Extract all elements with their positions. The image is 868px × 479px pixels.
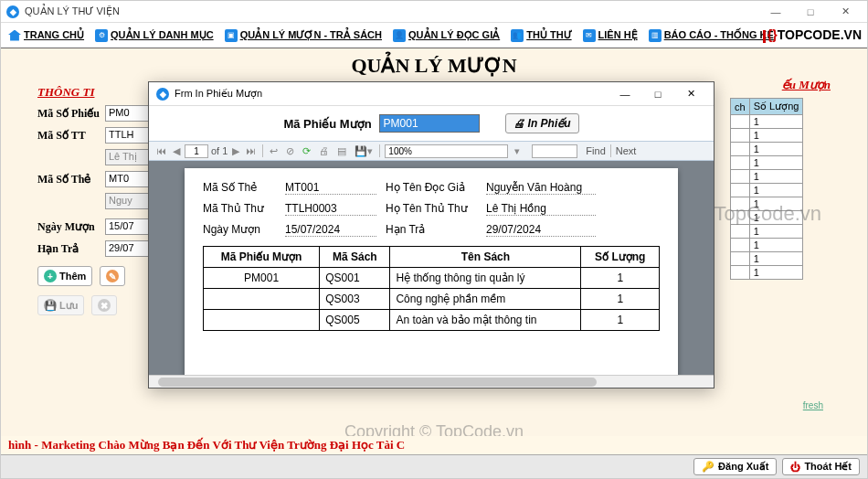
rpt-val-han-tra: 29/07/2024 — [486, 223, 596, 237]
dialog-maximize-button[interactable]: □ — [642, 84, 673, 104]
right-header: ếu Mượn — [730, 78, 831, 92]
back-button[interactable]: ↩ — [268, 145, 280, 157]
table-row[interactable]: 1 — [731, 115, 803, 129]
refresh-link[interactable]: fresh — [803, 400, 823, 410]
logout-button[interactable]: 🔑Đăng Xuất — [693, 458, 777, 475]
table-row[interactable]: 1 — [731, 266, 803, 280]
input-ma-phieu-muon[interactable] — [379, 114, 480, 133]
user-icon: 👤 — [393, 29, 406, 42]
rpt-col-ma-sach: Mã Sách — [320, 247, 390, 268]
table-row[interactable]: 1 — [731, 239, 803, 252]
home-icon — [8, 30, 21, 41]
rpt-col-ma-phieu: Mã Phiếu Mượn — [204, 247, 320, 268]
close-button[interactable]: ✕ — [829, 3, 862, 21]
exit-button[interactable]: ⏻Thoát Hết — [782, 458, 860, 475]
table-row[interactable]: 1 — [731, 170, 803, 184]
book-icon: ▣ — [225, 29, 238, 42]
right-panel: ếu Mượn chSố Lượng 111111111111 — [730, 78, 831, 280]
label-ma-so-the: Mã Số Thẻ — [37, 173, 101, 186]
first-page-button[interactable]: ⏮ — [154, 145, 168, 156]
table-row[interactable]: 1 — [731, 225, 803, 239]
report-icon: ▥ — [649, 29, 662, 42]
label-han-tra: Hạn Trả — [37, 242, 101, 256]
menu-thu-thu[interactable]: 👥THỦ THƯ — [507, 27, 575, 44]
cancel-icon: ✖ — [98, 299, 111, 312]
logout-icon: 🔑 — [702, 461, 715, 473]
chat-icon: ✉ — [583, 29, 596, 42]
label-ma-so-tt: Mã Số TT — [37, 129, 101, 143]
save-icon: 💾 — [44, 299, 57, 312]
add-button[interactable]: +Thêm — [37, 266, 92, 286]
app-icon: ◆ — [6, 5, 19, 18]
horizontal-scrollbar[interactable] — [149, 375, 714, 388]
label-ma-phieu-muon: Mã Phiếu Mượn — [283, 117, 371, 131]
rpt-val-ho-ten-dg: Nguyễn Văn Hoàng — [486, 181, 596, 195]
menu-bao-cao[interactable]: ▥BÁO CÁO - THỐNG KÊ — [645, 27, 778, 44]
print-button[interactable]: 🖨In Phiếu — [505, 113, 579, 133]
rpt-label-ma-thu-thu: Mã Thủ Thư — [203, 202, 276, 216]
rpt-label-ngay-muon: Ngày Mượn — [203, 223, 276, 237]
menu-lien-he[interactable]: ✉LIÊN HỆ — [579, 27, 641, 44]
rpt-val-ngay-muon: 15/07/2024 — [285, 223, 376, 237]
rpt-col-ten-sach: Tên Sách — [390, 247, 581, 268]
rpt-label-ho-ten-tt: Họ Tên Thủ Thư — [386, 202, 477, 216]
label-ma-so-phieu: Mã Số Phiếu — [37, 107, 101, 121]
dialog-title-bar: ◆ Frm In Phiếu Mượn — □ ✕ — [149, 82, 714, 106]
next-label[interactable]: Next — [616, 145, 637, 156]
table-row: QS003Công nghệ phần mềm1 — [204, 289, 660, 310]
layout-button[interactable]: ▤ — [335, 145, 348, 157]
menu-doc-gia[interactable]: 👤QUẢN LÝ ĐỌC GIẢ — [389, 27, 503, 44]
rpt-col-so-luong: Số Lượng — [581, 247, 660, 268]
cancel-button[interactable]: ✖ — [91, 295, 117, 315]
minimize-button[interactable]: — — [759, 3, 792, 21]
main-window: ◆ QUẢN LÝ THƯ VIỆN — □ ✕ TRANG CHỦ ⚙QUẢN… — [0, 0, 868, 479]
export-button[interactable]: 💾▾ — [353, 145, 375, 157]
next-page-button[interactable]: ▶ — [230, 145, 241, 157]
dialog-close-button[interactable]: ✕ — [675, 84, 706, 104]
table-row[interactable]: 1 — [731, 197, 803, 211]
table-row[interactable]: 1 — [731, 252, 803, 266]
rpt-val-ho-ten-tt: Lê Thị Hồng — [486, 202, 596, 216]
prev-page-button[interactable]: ◀ — [171, 145, 182, 157]
menu-danh-muc[interactable]: ⚙QUẢN LÝ DANH MỤC — [91, 27, 217, 44]
table-row[interactable]: 1 — [731, 129, 803, 143]
print-dialog: ◆ Frm In Phiếu Mượn — □ ✕ Mã Phiếu Mượn … — [148, 81, 715, 389]
col-ch: ch — [731, 99, 750, 115]
edit-icon: ✎ — [106, 270, 119, 282]
menu-muon-tra[interactable]: ▣QUẢN LÝ MƯỢN - TRẢ SÁCH — [221, 27, 386, 44]
marquee-text: hình - Marketing Chào Mừng Bạn Đến Với T… — [1, 436, 867, 454]
power-icon: ⏻ — [790, 462, 800, 473]
table-row[interactable]: 1 — [731, 184, 803, 197]
report-viewer-toolbar: ⏮ ◀ of 1 ▶ ⏭ ↩ ⊘ ⟳ 🖨 ▤ 💾▾ ▾ Find Next — [149, 141, 714, 161]
find-input[interactable] — [532, 144, 577, 158]
zoom-dropdown[interactable]: ▾ — [513, 145, 522, 157]
refresh-button[interactable]: ⟳ — [301, 145, 312, 157]
table-row[interactable]: 1 — [731, 156, 803, 170]
page-input[interactable] — [185, 144, 208, 158]
page-of: of 1 — [211, 145, 228, 156]
rpt-val-ma-thu-thu: TTLH0003 — [285, 202, 376, 216]
find-label[interactable]: Find — [586, 145, 605, 156]
plus-icon: + — [44, 270, 57, 282]
printer-icon: 🖨 — [513, 117, 524, 130]
report-page: Mã Số ThẻMT001 Họ Tên Đọc GiảNguyễn Văn … — [185, 168, 678, 375]
main-title-bar: ◆ QUẢN LÝ THƯ VIỆN — □ ✕ — [1, 1, 867, 23]
last-page-button[interactable]: ⏭ — [244, 145, 258, 156]
menu-home[interactable]: TRANG CHỦ — [5, 27, 88, 43]
maximize-button[interactable]: □ — [794, 3, 827, 21]
save-button[interactable]: 💾Lưu — [37, 295, 84, 315]
zoom-input[interactable] — [385, 144, 508, 158]
window-title: QUẢN LÝ THƯ VIỆN — [25, 5, 759, 17]
stop-button[interactable]: ⊘ — [284, 145, 296, 157]
staff-icon: 👥 — [511, 29, 524, 42]
report-info-grid: Mã Số ThẻMT001 Họ Tên Đọc GiảNguyễn Văn … — [203, 181, 660, 237]
rpt-val-ma-so-the: MT001 — [285, 181, 376, 195]
print-icon-button[interactable]: 🖨 — [317, 145, 331, 156]
label-ngay-muon: Ngày Mượn — [37, 220, 101, 234]
table-row[interactable]: 1 — [731, 143, 803, 156]
rpt-label-han-tra: Hạn Trả — [386, 223, 477, 237]
dialog-minimize-button[interactable]: — — [609, 84, 640, 104]
form-header: THÔNG TI — [37, 85, 156, 100]
edit-button[interactable]: ✎ — [100, 266, 125, 286]
table-row[interactable]: 1 — [731, 211, 803, 225]
